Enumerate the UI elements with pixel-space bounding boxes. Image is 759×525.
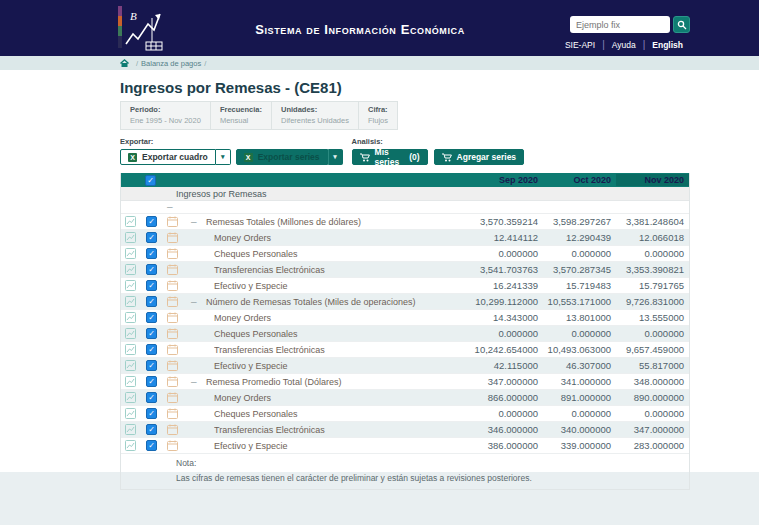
agregar-series-button[interactable]: Agregar series (434, 149, 525, 165)
note-text: Las cifras de remesas tienen el carácter… (121, 470, 689, 489)
value-sep-2020: 12.414112 (470, 232, 543, 243)
series-name: Remesa Promedio Total (Dólares) (206, 377, 470, 387)
row-checkbox[interactable]: ✓ (146, 280, 157, 291)
chart-icon[interactable] (125, 216, 136, 227)
chart-icon[interactable] (125, 440, 136, 451)
table-row: ✓ – Efectivo y Especie 16.241339 15.7194… (121, 278, 689, 294)
chart-icon[interactable] (125, 264, 136, 275)
collapse-icon[interactable]: – (191, 298, 201, 306)
link-english[interactable]: English (645, 40, 690, 50)
chart-icon[interactable] (125, 392, 136, 403)
value-oct-2020: 341.000000 (543, 376, 616, 387)
series-name: Money Orders (214, 313, 470, 323)
row-checkbox[interactable]: ✓ (146, 232, 157, 243)
chart-icon[interactable] (125, 328, 136, 339)
meta-value: Flujos (368, 116, 388, 125)
calendar-icon[interactable] (167, 360, 178, 371)
chart-icon[interactable] (125, 312, 136, 323)
breadcrumb: / Balanza de pagos / (0, 56, 759, 70)
calendar-icon[interactable] (167, 232, 178, 243)
export-cuadro-dropdown[interactable]: ▾ (216, 149, 231, 165)
calendar-icon[interactable] (167, 424, 178, 435)
series-name: Transferencias Electrónicas (214, 265, 470, 275)
link-ayuda[interactable]: Ayuda (605, 40, 643, 50)
sie-logo-icon[interactable]: B (118, 4, 165, 53)
export-label: Exportar: (120, 137, 343, 146)
table-row: ✓ – Remesas Totales (Millones de dólares… (121, 214, 689, 230)
calendar-icon[interactable] (167, 280, 178, 291)
row-checkbox[interactable]: ✓ (146, 440, 157, 451)
export-series-dropdown[interactable]: ▾ (328, 149, 343, 165)
row-checkbox[interactable]: ✓ (146, 328, 157, 339)
home-icon[interactable] (120, 59, 129, 67)
column-nov-2020[interactable]: Nov 2020 (616, 174, 689, 186)
breadcrumb-item[interactable]: Balanza de pagos (141, 59, 201, 68)
chart-icon[interactable] (125, 360, 136, 371)
cart-icon (360, 153, 370, 162)
calendar-icon[interactable] (167, 248, 178, 259)
row-checkbox[interactable]: ✓ (146, 248, 157, 259)
calendar-icon[interactable] (167, 328, 178, 339)
value-sep-2020: 347.000000 (470, 376, 543, 387)
column-sep-2020[interactable]: Sep 2020 (470, 175, 543, 185)
search-button[interactable] (673, 16, 690, 33)
collapse-all-icon[interactable]: – (167, 203, 173, 211)
export-series-button[interactable]: X Exportar series (236, 149, 328, 165)
calendar-icon[interactable] (167, 264, 178, 275)
main-content: Ingresos por Remesas - (CE81) Periodo: E… (0, 70, 759, 472)
row-checkbox[interactable]: ✓ (146, 312, 157, 323)
row-checkbox[interactable]: ✓ (146, 344, 157, 355)
value-sep-2020: 386.000000 (470, 440, 543, 451)
table-row: ✓ – Cheques Personales 0.000000 0.000000… (121, 326, 689, 342)
value-nov-2020: 348.000000 (616, 376, 689, 387)
mis-series-button[interactable]: Mis series (0) (352, 149, 428, 165)
value-sep-2020: 10,242.654000 (470, 344, 543, 355)
row-checkbox[interactable]: ✓ (146, 296, 157, 307)
row-checkbox[interactable]: ✓ (146, 360, 157, 371)
collapse-icon[interactable]: – (191, 378, 201, 386)
site-title: Sistema de Información Económica (180, 22, 540, 37)
collapse-icon[interactable]: – (191, 218, 201, 226)
toolbar: Exportar: X Exportar cuadro ▾ X Exportar… (120, 137, 759, 165)
series-name: Transferencias Electrónicas (214, 345, 470, 355)
series-name: Efectivo y Especie (214, 361, 470, 371)
chart-icon[interactable] (125, 424, 136, 435)
select-all-checkbox[interactable]: ✓ (145, 175, 156, 186)
calendar-icon[interactable] (167, 392, 178, 403)
calendar-icon[interactable] (167, 216, 178, 227)
row-checkbox[interactable]: ✓ (146, 424, 157, 435)
meta-unidades: Unidades: Diferentes Unidades (272, 102, 359, 129)
row-checkbox[interactable]: ✓ (146, 376, 157, 387)
search-input[interactable] (570, 16, 670, 33)
meta-frecuencia: Frecuencia: Mensual (211, 102, 272, 129)
chart-icon[interactable] (125, 248, 136, 259)
link-sie-api[interactable]: SIE-API (558, 40, 602, 50)
row-checkbox[interactable]: ✓ (146, 264, 157, 275)
table-row: ✓ – Cheques Personales 0.000000 0.000000… (121, 246, 689, 262)
value-nov-2020: 347.000000 (616, 424, 689, 435)
value-nov-2020: 12.066018 (616, 232, 689, 243)
row-checkbox[interactable]: ✓ (146, 408, 157, 419)
calendar-icon[interactable] (167, 344, 178, 355)
chart-icon[interactable] (125, 296, 136, 307)
calendar-icon[interactable] (167, 408, 178, 419)
export-cuadro-button[interactable]: X Exportar cuadro (120, 149, 216, 165)
chart-icon[interactable] (125, 344, 136, 355)
chart-icon[interactable] (125, 376, 136, 387)
chart-icon[interactable] (125, 408, 136, 419)
value-sep-2020: 14.343000 (470, 312, 543, 323)
value-oct-2020: 12.290439 (543, 232, 616, 243)
chart-icon[interactable] (125, 280, 136, 291)
calendar-icon[interactable] (167, 376, 178, 387)
calendar-icon[interactable] (167, 296, 178, 307)
row-checkbox[interactable]: ✓ (146, 216, 157, 227)
column-oct-2020[interactable]: Oct 2020 (543, 175, 616, 185)
series-name: Money Orders (214, 233, 470, 243)
chart-icon[interactable] (125, 232, 136, 243)
mis-series-count: (0) (409, 152, 419, 162)
value-nov-2020: 55.817000 (616, 360, 689, 371)
calendar-icon[interactable] (167, 440, 178, 451)
calendar-icon[interactable] (167, 312, 178, 323)
row-checkbox[interactable]: ✓ (146, 392, 157, 403)
meta-value: Mensual (220, 116, 262, 125)
